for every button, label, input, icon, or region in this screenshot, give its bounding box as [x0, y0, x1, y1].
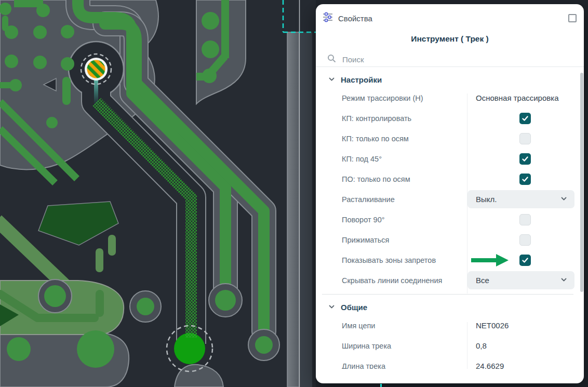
settings-row: Поворот 90°	[316, 209, 584, 230]
search-bar	[327, 52, 573, 66]
row-value: 0,8	[467, 341, 487, 350]
row-label: Прижиматься	[342, 236, 467, 244]
panel-sections: НастройкиРежим трассировки (H)Основная т…	[316, 71, 584, 369]
panel-title: Свойства	[338, 14, 372, 23]
row-label: КП: контролировать	[342, 114, 467, 123]
row-cell: 24,6629	[467, 356, 584, 369]
row-value: Основная трассировка	[467, 94, 559, 102]
row-label: Расталкивание	[342, 195, 467, 204]
selection-guide-fragment	[380, 384, 382, 387]
dropdown[interactable]: Все	[467, 271, 574, 289]
row-label: Режим трассировки (H)	[342, 94, 467, 102]
chevron-down-icon	[560, 276, 567, 285]
row-cell	[467, 169, 584, 189]
settings-row: Режим трассировки (H)Основная трассировк…	[316, 88, 584, 108]
settings-row: ПО: только по осям	[316, 169, 584, 189]
row-value: 24,6629	[467, 362, 504, 369]
row-cell	[467, 128, 584, 149]
settings-row: Длина трека24,6629	[316, 356, 584, 369]
settings-row: Ширина трека0,8	[316, 336, 584, 356]
settings-row: Скрывать линии соединенияВсе	[316, 270, 584, 290]
checkbox[interactable]	[519, 174, 531, 185]
section-header-0[interactable]: Настройки	[316, 71, 584, 88]
section-divider	[322, 294, 573, 295]
row-label: Имя цепи	[342, 322, 467, 330]
row-label: Длина трека	[342, 362, 467, 369]
via[interactable]	[87, 60, 105, 78]
checkbox[interactable]	[519, 133, 531, 144]
row-cell	[467, 250, 584, 270]
row-label: КП: только по осям	[342, 135, 467, 143]
settings-row: Показывать зоны запретов	[316, 250, 584, 270]
row-cell	[467, 209, 584, 230]
settings-row: РасталкиваниеВыкл.	[316, 189, 584, 209]
settings-row: Прижиматься	[316, 230, 584, 250]
settings-row: КП: контролировать	[316, 108, 584, 128]
row-cell: Основная трассировка	[467, 88, 584, 108]
checkbox[interactable]	[519, 113, 531, 124]
row-label: Скрывать линии соединения	[342, 276, 467, 285]
row-label: Поворот 90°	[342, 216, 467, 224]
scrollbar[interactable]	[580, 73, 583, 292]
checkbox[interactable]	[519, 234, 531, 246]
divider	[316, 66, 584, 67]
tool-title: Инструмент ( Трек )	[316, 34, 584, 44]
row-cell	[467, 149, 584, 169]
annotation-arrow-icon	[470, 253, 509, 269]
app-window: Свойства Инструмент ( Трек ) НастройкиРе…	[0, 0, 588, 387]
board-edge-bars	[287, 0, 312, 387]
row-label: Показывать зоны запретов	[342, 256, 467, 264]
row-label: ПО: только по осям	[342, 175, 467, 183]
chevron-down-icon	[560, 195, 567, 204]
chevron-down-icon	[328, 303, 335, 312]
properties-panel: Свойства Инструмент ( Трек ) НастройкиРе…	[316, 4, 584, 383]
row-label: КП: под 45°	[342, 155, 467, 163]
float-window-button[interactable]	[568, 14, 577, 22]
chevron-down-icon	[328, 75, 335, 84]
panel-header: Свойства	[322, 9, 577, 27]
search-input[interactable]	[341, 55, 573, 64]
settings-row: КП: под 45°	[316, 149, 584, 169]
row-cell: NET0026	[467, 315, 584, 336]
dropdown[interactable]: Выкл.	[467, 190, 574, 208]
row-cell: Все	[467, 270, 584, 290]
row-cell	[467, 108, 584, 128]
checkbox[interactable]	[519, 255, 531, 266]
row-cell: Выкл.	[467, 189, 584, 209]
row-cell	[467, 230, 584, 250]
settings-row: Имя цепиNET0026	[316, 315, 584, 336]
row-label: Ширина трека	[342, 342, 467, 350]
row-value: NET0026	[467, 321, 509, 330]
checkbox[interactable]	[519, 153, 531, 165]
checkbox[interactable]	[519, 214, 531, 225]
pcb-canvas[interactable]	[0, 0, 316, 387]
section-header-1[interactable]: Общие	[316, 299, 584, 315]
search-icon	[327, 54, 336, 65]
settings-row: КП: только по осям	[316, 128, 584, 149]
sliders-icon	[322, 11, 333, 25]
row-cell: 0,8	[467, 336, 584, 356]
